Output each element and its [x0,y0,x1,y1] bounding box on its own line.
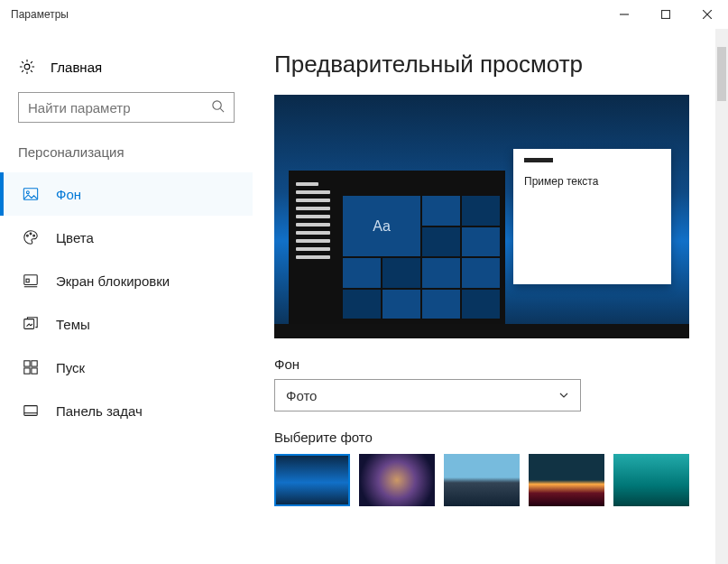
sidebar-item-start[interactable]: Пуск [0,346,253,389]
dropdown-value: Фото [286,388,317,403]
photo-thumb-2[interactable] [359,454,435,506]
picture-icon [22,185,40,203]
sidebar-item-themes[interactable]: Темы [0,302,253,346]
window-controls [604,0,728,29]
svg-point-8 [26,191,29,194]
background-dropdown[interactable]: Фото [274,379,581,411]
scroll-thumb[interactable] [717,47,726,101]
content-area: Предварительный просмотр Aa [253,29,728,564]
minimize-button[interactable] [604,0,645,29]
sidebar-home[interactable]: Главная [0,51,253,92]
search-wrap [18,92,235,123]
choose-photo-label: Выберите фото [274,430,706,445]
svg-rect-7 [23,189,37,200]
svg-rect-16 [24,361,30,366]
sidebar-item-background[interactable]: Фон [0,172,253,216]
svg-rect-19 [32,368,37,374]
sidebar-item-label: Пуск [56,360,85,375]
sidebar: Главная Персонализация Фон [0,29,253,564]
svg-point-11 [33,235,35,236]
photo-thumb-3[interactable] [444,454,520,506]
svg-rect-20 [24,406,37,416]
svg-point-10 [30,233,32,235]
window-body: Главная Персонализация Фон [0,29,728,564]
gear-icon [18,58,36,76]
preview-tile-big: Aa [343,196,420,256]
svg-rect-1 [662,11,670,19]
svg-rect-13 [26,279,29,282]
sidebar-item-colors[interactable]: Цвета [0,216,253,259]
maximize-button[interactable] [645,0,687,29]
themes-icon [22,315,40,333]
svg-point-4 [24,64,30,69]
scrollbar[interactable] [715,29,728,564]
preview-taskbar [274,324,689,338]
sidebar-home-label: Главная [51,60,102,75]
taskbar-icon [22,402,40,420]
svg-rect-18 [24,368,30,374]
preview-box: Aa Пример текста [274,95,689,338]
preview-sample-text: Пример текста [524,175,660,188]
preview-start-tiles: Aa [337,171,505,324]
titlebar: Параметры [0,0,728,29]
preview-start-list [289,171,337,324]
background-label: Фон [274,356,706,372]
svg-point-5 [213,100,221,108]
sidebar-item-label: Цвета [56,230,94,245]
photo-thumb-1[interactable] [274,454,350,506]
sidebar-group-label: Персонализация [0,144,253,172]
svg-rect-17 [32,361,37,366]
start-icon [22,358,40,376]
search-input[interactable] [28,100,211,116]
sidebar-item-label: Темы [56,317,90,332]
chevron-down-icon [558,388,569,403]
palette-icon [22,228,40,246]
photo-thumbnails [274,454,706,506]
window-title: Параметры [11,8,604,21]
photo-thumb-4[interactable] [529,454,604,506]
search-box[interactable] [18,92,235,123]
svg-line-6 [220,108,224,112]
sidebar-item-lockscreen[interactable]: Экран блокировки [0,259,253,302]
page-title: Предварительный просмотр [274,51,706,79]
preview-sample-window: Пример текста [513,149,671,284]
settings-window: Параметры Главная [0,0,728,564]
sidebar-item-taskbar[interactable]: Панель задач [0,389,253,432]
preview-start-menu: Aa [289,171,505,324]
photo-thumb-5[interactable] [613,454,689,506]
lockscreen-icon [22,272,40,290]
sidebar-item-label: Фон [56,187,81,202]
svg-point-9 [27,235,29,236]
sidebar-item-label: Экран блокировки [56,273,170,289]
close-button[interactable] [687,0,728,29]
search-icon [211,99,225,116]
sidebar-item-label: Панель задач [56,403,143,419]
